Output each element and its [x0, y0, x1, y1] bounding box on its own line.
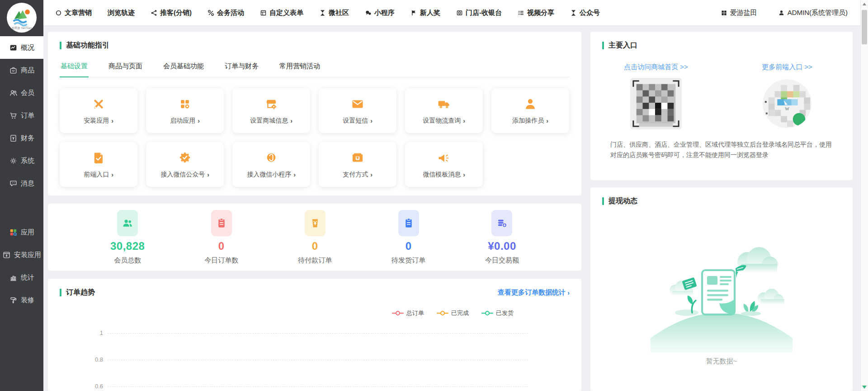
merchant-name[interactable]: 爱游盐田	[721, 9, 757, 17]
nav-micro-community[interactable]: 微社区	[319, 9, 349, 17]
nav-official-account[interactable]: 公众号	[570, 9, 600, 17]
sidebar-item-members[interactable]: 会员	[0, 81, 43, 104]
chevron-right-icon: ›	[546, 117, 548, 124]
sidebar-item-overview[interactable]: 概况	[0, 36, 43, 59]
legend-marker-icon	[437, 310, 448, 316]
person-icon	[523, 97, 538, 111]
nav-label: 公众号	[580, 9, 600, 17]
sidebar-item-goods[interactable]: 商品	[0, 59, 43, 81]
more-frontend-entries-link[interactable]: 更多前端入口 >>	[762, 63, 812, 71]
scrollbar-thumb[interactable]	[862, 10, 867, 44]
topbar-right: 爱游盐田 ADMIN(系统管理员)	[721, 9, 848, 17]
grid-icon	[721, 10, 727, 16]
tab-marketing-activities[interactable]: 常用营销活动	[278, 57, 321, 77]
tile-label: 设置物流查询›	[423, 117, 465, 125]
legend-label: 总订单	[406, 309, 424, 317]
chevron-right-icon: ›	[111, 117, 113, 124]
y-axis-tick: 0.8	[90, 356, 103, 363]
nav-custom-form[interactable]: 自定义表单	[260, 9, 303, 17]
visit-mall-home-link[interactable]: 点击访问商城首页 >>	[624, 63, 688, 71]
tile-frontend-entry[interactable]: 前端入口›	[60, 142, 137, 187]
sidebar-item-messages[interactable]: 消息	[0, 172, 43, 195]
sidebar-item-finance[interactable]: 财务	[0, 127, 43, 149]
legend-item-total-orders[interactable]: 总订单	[392, 309, 424, 317]
nav-label: 文章营销	[65, 9, 92, 17]
sidebar-item-system[interactable]: 系统	[0, 149, 43, 172]
sidebar-item-label: 会员	[21, 89, 34, 97]
sidebar-item-apps[interactable]: 应用	[0, 221, 43, 243]
tile-template-message[interactable]: 微信模板消息›	[405, 142, 483, 187]
tile-add-operator[interactable]: 添加操作员›	[491, 88, 569, 133]
entry-links: 点击访问商城首页 >> 更多前端入口 >>	[590, 63, 853, 72]
sidebar-item-install-apps[interactable]: 安装应用	[0, 243, 43, 266]
badge-check-icon	[178, 151, 192, 165]
nav-newcomer-reward[interactable]: 新人奖	[410, 9, 440, 17]
logo-wrap: 盐田游·YanTian	[0, 0, 43, 33]
triangle-up-icon	[863, 3, 866, 5]
sidebar-tools-menu: 应用 安装应用 统计 装修	[0, 221, 43, 311]
sidebar-item-statistics[interactable]: 统计	[0, 266, 43, 289]
tools-icon	[91, 97, 106, 111]
stat-label: 待付款订单	[298, 256, 332, 265]
tile-logistics-query[interactable]: 设置物流查询›	[405, 88, 483, 133]
tile-install-app[interactable]: 安装应用›	[60, 88, 137, 133]
miniprogram-icon	[264, 151, 278, 165]
nav-distribution[interactable]: 推客(分销)	[151, 9, 192, 17]
members-group-icon	[117, 210, 138, 236]
tile-label: 支付方式›	[343, 171, 373, 179]
scroll-up-arrow[interactable]	[861, 0, 868, 8]
sidebar-item-label: 统计	[21, 273, 34, 282]
chevron-right-icon: ›	[463, 171, 465, 178]
sidebar-item-orders[interactable]: 订单	[0, 104, 43, 127]
apps-color-grid-icon	[9, 228, 18, 237]
tab-goods-pages[interactable]: 商品与页面	[108, 57, 143, 77]
legend-item-completed[interactable]: 已完成	[437, 309, 469, 317]
chevron-right-icon: ›	[207, 171, 209, 178]
nav-conference-activity[interactable]: 会务活动	[208, 9, 244, 17]
chevron-right-icon: ›	[463, 117, 465, 124]
tile-launch-app[interactable]: 启动应用›	[146, 88, 224, 133]
chat-bubbles-icon	[365, 10, 372, 16]
tab-basic-settings[interactable]: 基础设置	[60, 57, 89, 77]
tile-label-text: 接入微信公众号	[160, 171, 205, 179]
site-logo-image: 盐田游·YanTian	[9, 5, 35, 31]
nav-browse-history[interactable]: 浏览轨迹	[108, 9, 135, 17]
tile-sms-settings[interactable]: 设置短信›	[319, 88, 396, 133]
stat-value: 0	[312, 240, 318, 253]
guide-tiles: 安装应用› 启动应用› 设置商城信息› 设置短信› 设置物流查询› 添加操作员›…	[60, 88, 570, 187]
scroll-down-arrow[interactable]	[861, 383, 868, 391]
entry-note: 门店、供应商、酒店、企业管理、区域代理等独立后台登录域名同总平台，使用对应的店员…	[610, 139, 835, 160]
nav-article-marketing[interactable]: 文章营销	[55, 9, 92, 17]
form-icon	[260, 10, 267, 16]
tile-wechat-official-account[interactable]: 接入微信公众号›	[146, 142, 224, 187]
share-icon	[151, 10, 157, 16]
sidebar-item-label: 财务	[21, 134, 34, 143]
hourglass-icon	[319, 10, 326, 16]
goods-icon	[9, 66, 18, 75]
tile-label: 安装应用›	[84, 117, 113, 125]
more-order-stats-link[interactable]: 查看更多订单数据统计 ›	[498, 288, 570, 297]
order-trend-card: 订单趋势 查看更多订单数据统计 › 总订单 已完成 已发货 1 0.8 0.6	[48, 279, 581, 391]
tab-member-basics[interactable]: 会员基础功能	[162, 57, 205, 77]
legend-item-shipped[interactable]: 已发货	[481, 309, 514, 317]
stat-unpaid-orders: 0 待付款订单	[298, 210, 332, 265]
trend-head: 订单趋势 查看更多订单数据统计 ›	[48, 279, 581, 297]
nav-video-share[interactable]: 视频分享	[518, 9, 554, 17]
tile-wechat-miniprogram[interactable]: 接入微信小程序›	[232, 142, 310, 187]
admin-account[interactable]: ADMIN(系统管理员)	[778, 9, 848, 17]
sidebar-item-decoration[interactable]: 装修	[0, 289, 43, 311]
message-bubble-icon	[9, 179, 18, 188]
sidebar-item-label: 系统	[21, 157, 34, 165]
tab-orders-finance[interactable]: 订单与财务	[224, 57, 259, 77]
triangle-down-icon	[862, 386, 867, 389]
stats-card: 30,828 会员总数 0 今日订单数 0 待付款订单 0 待发货订单 ¥0.0…	[48, 204, 581, 271]
link-label: 查看更多订单数据统计	[498, 288, 566, 297]
tile-mall-info[interactable]: 设置商城信息›	[232, 88, 310, 133]
scrollbar[interactable]	[860, 0, 868, 391]
nav-store-pos[interactable]: 门店-收银台	[456, 9, 502, 17]
tile-payment-method[interactable]: 支付方式›	[319, 142, 396, 187]
nav-miniprogram[interactable]: 小程序	[365, 9, 395, 17]
legend-marker-icon	[392, 310, 404, 316]
qr-row	[590, 78, 853, 129]
basic-guide-card: 基础功能指引 基础设置 商品与页面 会员基础功能 订单与财务 常用营销活动 安装…	[48, 32, 581, 196]
